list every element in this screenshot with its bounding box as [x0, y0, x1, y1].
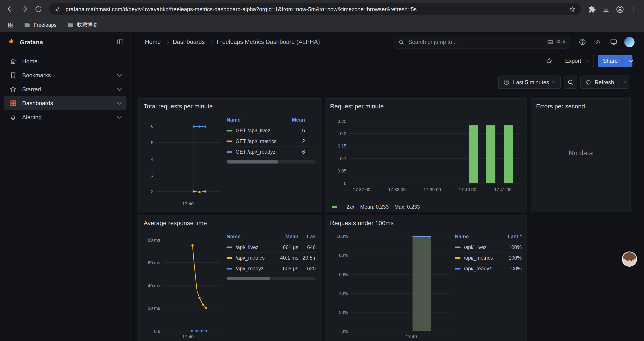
favorite-dashboard-button[interactable]: [542, 54, 556, 67]
y-tick: 0.05: [338, 168, 346, 173]
legend-row[interactable]: /api/_metrics 40.1 ms 20.5 r: [227, 253, 316, 263]
search-box[interactable]: ⌘+k: [394, 36, 570, 48]
sidebar-item-starred[interactable]: Starred: [4, 82, 126, 96]
x-tick: 17:40:00: [459, 187, 476, 192]
kebab-menu-icon: [630, 5, 638, 13]
sidebar-item-dashboards[interactable]: Dashboards: [4, 96, 126, 110]
panel-title[interactable]: Average response time: [144, 218, 316, 229]
panel-title[interactable]: Request per minute: [330, 101, 522, 112]
panel-title[interactable]: Total requests per minute: [144, 101, 316, 112]
series-color-yellow: [227, 140, 232, 142]
legend-row[interactable]: /api/_readyz 605 µs 620: [227, 263, 316, 274]
y-tick: 80 ms: [148, 237, 160, 242]
scrollbar-thumb[interactable]: [227, 277, 270, 280]
sidebar-item-home[interactable]: Home: [4, 54, 126, 68]
avg-response-chart[interactable]: 80 ms 60 ms 40 ms 20 ms 0 s 17:40: [144, 229, 222, 339]
legend-header-name[interactable]: Name: [227, 117, 286, 123]
dashboards-icon: [10, 99, 17, 107]
legend-table: Name Mean GET /api/_livez 6 GET /api/_me…: [222, 112, 316, 163]
app-header: Home Dashboards Freeleaps Metrics Dashbo…: [131, 32, 644, 52]
share-menu-button[interactable]: [623, 55, 632, 67]
request-per-minute-chart[interactable]: 0.25 0.2 0.15 0.1 0.05 0 17:37:00 17:38:…: [330, 112, 522, 194]
series-last: 100%: [499, 266, 522, 271]
site-settings-icon[interactable]: [54, 6, 61, 12]
sidebar-nav: Home Bookmarks Starred: [0, 52, 130, 126]
sidebar-item-bookmarks[interactable]: Bookmarks: [4, 68, 126, 82]
bookmark-star-icon[interactable]: [569, 6, 576, 13]
legend-header-last[interactable]: Las: [298, 234, 316, 239]
apps-grid-button[interactable]: [5, 19, 16, 31]
zoom-out-button[interactable]: [564, 76, 577, 89]
rss-icon: [594, 38, 602, 46]
back-button[interactable]: [3, 2, 17, 16]
help-button[interactable]: [576, 35, 589, 49]
export-label: Export: [565, 58, 581, 64]
legend-row[interactable]: GET /api/_livez 6: [227, 125, 316, 136]
forward-arrow-icon: [20, 5, 28, 13]
scrollbar-thumb[interactable]: [227, 160, 278, 163]
series-name[interactable]: 2xx: [346, 204, 354, 210]
chevron-down-icon[interactable]: [117, 86, 122, 90]
url-input[interactable]: [65, 6, 565, 13]
legend-header-name[interactable]: Name: [455, 234, 499, 239]
refresh-label: Refresh: [595, 79, 614, 85]
chevron-down-icon[interactable]: [117, 114, 122, 118]
refresh-interval-button[interactable]: [618, 76, 629, 89]
chevron-down-icon[interactable]: [117, 100, 122, 104]
search-input[interactable]: [408, 38, 544, 46]
breadcrumb-dashboards[interactable]: Dashboards: [173, 39, 205, 45]
series-last: 100%: [499, 255, 522, 261]
floating-assistant-avatar[interactable]: [622, 251, 637, 267]
panel-title[interactable]: Errors per second: [536, 101, 625, 112]
legend-header-name[interactable]: Name: [227, 234, 275, 239]
requests-under-100ms-chart[interactable]: 100% 80% 60% 40% 20% 0% 17:40: [330, 229, 451, 339]
breadcrumb-page-title: Freeleaps Metrics Dashboard (ALPHA): [216, 39, 320, 45]
extensions-button[interactable]: [585, 2, 599, 16]
legend-row[interactable]: /api/_metrics 100%: [455, 253, 522, 263]
total-requests-chart[interactable]: 6 5 4 3 2 17:40: [144, 112, 222, 207]
panel-title[interactable]: Requests under 100ms: [330, 218, 522, 229]
refresh-icon: [585, 79, 592, 85]
legend-scrollbar[interactable]: [227, 160, 316, 163]
user-avatar-button[interactable]: [623, 35, 636, 49]
y-tick: 4: [151, 156, 154, 162]
y-tick: 0.2: [340, 131, 346, 136]
legend-scrollbar[interactable]: [227, 277, 316, 280]
grafana-logo[interactable]: [6, 37, 16, 46]
export-button[interactable]: Export: [560, 55, 594, 67]
breadcrumb-home[interactable]: Home: [145, 39, 161, 45]
sidebar-collapse-button[interactable]: [116, 38, 124, 46]
y-tick: 20 ms: [148, 306, 160, 311]
legend-row[interactable]: GET /api/_metrics 2: [227, 136, 316, 147]
forward-button[interactable]: [17, 2, 31, 16]
person-icon: [616, 5, 624, 14]
refresh-button[interactable]: Refresh: [580, 76, 619, 89]
legend-row[interactable]: /api/_livez 661 µs 646: [227, 242, 316, 253]
x-tick: 17:39:00: [424, 187, 441, 192]
chevron-down-icon[interactable]: [117, 72, 122, 76]
series-max: Max: 0.233: [394, 204, 420, 210]
x-tick: 17:37:00: [353, 187, 370, 192]
legend-row[interactable]: /api/_livez 100%: [455, 242, 522, 253]
bookmark-item[interactable]: 收藏博客: [64, 20, 101, 30]
bookmark-item[interactable]: Freeleaps: [20, 21, 60, 30]
share-label: Share: [603, 58, 618, 64]
sidebar-item-alerting[interactable]: Alerting: [4, 110, 126, 124]
browser-menu-button[interactable]: [627, 2, 641, 16]
sidebar-item-label: Starred: [22, 86, 41, 92]
x-tick: 17:38:00: [388, 187, 406, 192]
legend-row[interactable]: /api/_readyz 100%: [455, 263, 522, 274]
series-color-blue: [455, 268, 460, 269]
news-button[interactable]: [592, 35, 604, 49]
legend-header-mean[interactable]: Mean: [275, 234, 298, 239]
reload-button[interactable]: [31, 2, 45, 16]
share-button[interactable]: Share: [598, 55, 622, 67]
legend-row[interactable]: GET /api/_readyz 6: [227, 147, 316, 157]
url-bar[interactable]: [49, 3, 581, 15]
kiosk-mode-button[interactable]: [607, 35, 620, 49]
legend-header-last[interactable]: Last *: [499, 234, 522, 239]
legend-header-mean[interactable]: Mean: [286, 117, 305, 123]
profile-button[interactable]: [613, 2, 627, 16]
downloads-button[interactable]: [599, 2, 613, 16]
time-range-picker[interactable]: Last 5 minutes: [498, 76, 560, 89]
